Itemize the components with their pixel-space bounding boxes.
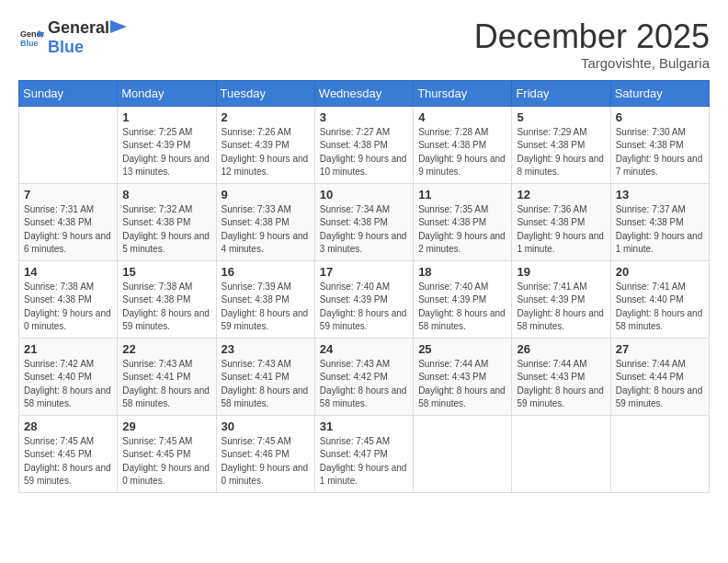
calendar-cell: 10Sunrise: 7:34 AMSunset: 4:38 PMDayligh… bbox=[314, 183, 413, 260]
day-number: 16 bbox=[222, 265, 310, 279]
day-info: Sunrise: 7:45 AMSunset: 4:45 PMDaylight:… bbox=[122, 435, 210, 488]
day-info: Sunrise: 7:39 AMSunset: 4:38 PMDaylight:… bbox=[222, 281, 310, 334]
day-number: 28 bbox=[24, 419, 112, 433]
weekday-header-monday: Monday bbox=[118, 80, 216, 106]
day-info: Sunrise: 7:26 AMSunset: 4:39 PMDaylight:… bbox=[222, 126, 310, 179]
calendar-cell bbox=[19, 106, 118, 183]
day-info: Sunrise: 7:25 AMSunset: 4:39 PMDaylight:… bbox=[122, 126, 210, 179]
calendar-cell: 20Sunrise: 7:41 AMSunset: 4:40 PMDayligh… bbox=[610, 260, 709, 338]
day-number: 21 bbox=[24, 342, 112, 356]
day-number: 9 bbox=[222, 188, 310, 201]
day-number: 2 bbox=[222, 110, 310, 124]
day-info: Sunrise: 7:29 AMSunset: 4:38 PMDaylight:… bbox=[517, 126, 605, 179]
calendar-cell: 18Sunrise: 7:40 AMSunset: 4:39 PMDayligh… bbox=[414, 260, 512, 338]
calendar-cell bbox=[512, 415, 610, 492]
day-info: Sunrise: 7:33 AMSunset: 4:38 PMDaylight:… bbox=[222, 203, 310, 257]
calendar-cell: 1Sunrise: 7:25 AMSunset: 4:39 PMDaylight… bbox=[118, 106, 216, 183]
weekday-header-sunday: Sunday bbox=[19, 80, 118, 106]
day-number: 1 bbox=[122, 110, 210, 124]
day-number: 11 bbox=[418, 188, 506, 201]
day-number: 10 bbox=[320, 188, 408, 201]
calendar-cell: 9Sunrise: 7:33 AMSunset: 4:38 PMDaylight… bbox=[216, 183, 314, 260]
day-info: Sunrise: 7:40 AMSunset: 4:39 PMDaylight:… bbox=[418, 281, 506, 334]
day-info: Sunrise: 7:43 AMSunset: 4:42 PMDaylight:… bbox=[320, 358, 408, 411]
day-info: Sunrise: 7:27 AMSunset: 4:38 PMDaylight:… bbox=[320, 126, 408, 179]
day-info: Sunrise: 7:28 AMSunset: 4:38 PMDaylight:… bbox=[418, 126, 506, 179]
calendar-cell: 28Sunrise: 7:45 AMSunset: 4:45 PMDayligh… bbox=[19, 415, 118, 492]
day-number: 5 bbox=[517, 110, 605, 124]
logo-icon: General Blue bbox=[18, 25, 44, 51]
weekday-header-thursday: Thursday bbox=[414, 80, 512, 106]
calendar-cell bbox=[610, 415, 709, 492]
day-number: 15 bbox=[122, 265, 210, 279]
calendar-cell: 31Sunrise: 7:45 AMSunset: 4:47 PMDayligh… bbox=[314, 415, 413, 492]
day-info: Sunrise: 7:34 AMSunset: 4:38 PMDaylight:… bbox=[320, 203, 408, 257]
calendar-cell: 4Sunrise: 7:28 AMSunset: 4:38 PMDaylight… bbox=[414, 106, 512, 183]
calendar-week-row: 21Sunrise: 7:42 AMSunset: 4:40 PMDayligh… bbox=[19, 338, 710, 415]
day-number: 3 bbox=[320, 110, 408, 124]
day-number: 23 bbox=[222, 342, 310, 356]
calendar-cell: 16Sunrise: 7:39 AMSunset: 4:38 PMDayligh… bbox=[216, 260, 314, 338]
calendar-cell: 12Sunrise: 7:36 AMSunset: 4:38 PMDayligh… bbox=[512, 183, 610, 260]
calendar-cell: 17Sunrise: 7:40 AMSunset: 4:39 PMDayligh… bbox=[314, 260, 413, 338]
day-number: 27 bbox=[616, 342, 704, 356]
day-number: 30 bbox=[222, 419, 310, 433]
month-title: December 2025 bbox=[474, 18, 710, 55]
weekday-header-wednesday: Wednesday bbox=[314, 80, 413, 106]
day-number: 13 bbox=[616, 188, 704, 201]
calendar-cell bbox=[414, 415, 512, 492]
weekday-header-row: SundayMondayTuesdayWednesdayThursdayFrid… bbox=[19, 80, 710, 106]
calendar-week-row: 7Sunrise: 7:31 AMSunset: 4:38 PMDaylight… bbox=[19, 183, 710, 260]
day-number: 31 bbox=[320, 419, 408, 433]
location-text: Targovishte, Bulgaria bbox=[474, 55, 710, 71]
day-info: Sunrise: 7:40 AMSunset: 4:39 PMDaylight:… bbox=[320, 281, 408, 334]
day-info: Sunrise: 7:44 AMSunset: 4:44 PMDaylight:… bbox=[616, 358, 704, 411]
svg-text:Blue: Blue bbox=[20, 39, 39, 48]
day-info: Sunrise: 7:43 AMSunset: 4:41 PMDaylight:… bbox=[122, 358, 210, 411]
calendar-cell: 23Sunrise: 7:43 AMSunset: 4:41 PMDayligh… bbox=[216, 338, 314, 415]
calendar-cell: 14Sunrise: 7:38 AMSunset: 4:38 PMDayligh… bbox=[19, 260, 118, 338]
calendar-cell: 6Sunrise: 7:30 AMSunset: 4:38 PMDaylight… bbox=[610, 106, 709, 183]
day-info: Sunrise: 7:44 AMSunset: 4:43 PMDaylight:… bbox=[418, 358, 506, 411]
calendar-cell: 11Sunrise: 7:35 AMSunset: 4:38 PMDayligh… bbox=[414, 183, 512, 260]
calendar-cell: 27Sunrise: 7:44 AMSunset: 4:44 PMDayligh… bbox=[610, 338, 709, 415]
day-info: Sunrise: 7:45 AMSunset: 4:46 PMDaylight:… bbox=[222, 435, 310, 488]
weekday-header-saturday: Saturday bbox=[610, 80, 709, 106]
calendar-cell: 24Sunrise: 7:43 AMSunset: 4:42 PMDayligh… bbox=[314, 338, 413, 415]
day-number: 22 bbox=[122, 342, 210, 356]
calendar-week-row: 28Sunrise: 7:45 AMSunset: 4:45 PMDayligh… bbox=[19, 415, 710, 492]
weekday-header-tuesday: Tuesday bbox=[216, 80, 314, 106]
calendar-cell: 3Sunrise: 7:27 AMSunset: 4:38 PMDaylight… bbox=[314, 106, 413, 183]
day-info: Sunrise: 7:43 AMSunset: 4:41 PMDaylight:… bbox=[222, 358, 310, 411]
day-info: Sunrise: 7:41 AMSunset: 4:40 PMDaylight:… bbox=[616, 281, 704, 334]
calendar-cell: 2Sunrise: 7:26 AMSunset: 4:39 PMDaylight… bbox=[216, 106, 314, 183]
calendar-cell: 5Sunrise: 7:29 AMSunset: 4:38 PMDaylight… bbox=[512, 106, 610, 183]
day-info: Sunrise: 7:35 AMSunset: 4:38 PMDaylight:… bbox=[418, 203, 506, 257]
calendar-cell: 22Sunrise: 7:43 AMSunset: 4:41 PMDayligh… bbox=[118, 338, 216, 415]
calendar-cell: 29Sunrise: 7:45 AMSunset: 4:45 PMDayligh… bbox=[118, 415, 216, 492]
calendar-cell: 21Sunrise: 7:42 AMSunset: 4:40 PMDayligh… bbox=[19, 338, 118, 415]
calendar-cell: 19Sunrise: 7:41 AMSunset: 4:39 PMDayligh… bbox=[512, 260, 610, 338]
page-header: General Blue General Blue December 2025 … bbox=[18, 18, 710, 71]
day-number: 6 bbox=[616, 110, 704, 124]
calendar-cell: 8Sunrise: 7:32 AMSunset: 4:38 PMDaylight… bbox=[118, 183, 216, 260]
day-number: 19 bbox=[517, 265, 605, 279]
day-number: 4 bbox=[418, 110, 506, 124]
day-number: 17 bbox=[320, 265, 408, 279]
day-info: Sunrise: 7:44 AMSunset: 4:43 PMDaylight:… bbox=[517, 358, 605, 411]
day-info: Sunrise: 7:38 AMSunset: 4:38 PMDaylight:… bbox=[24, 281, 112, 334]
svg-marker-4 bbox=[110, 20, 127, 33]
day-info: Sunrise: 7:37 AMSunset: 4:38 PMDaylight:… bbox=[616, 203, 704, 257]
calendar-cell: 15Sunrise: 7:38 AMSunset: 4:38 PMDayligh… bbox=[118, 260, 216, 338]
day-number: 25 bbox=[418, 342, 506, 356]
day-number: 12 bbox=[517, 188, 605, 201]
weekday-header-friday: Friday bbox=[512, 80, 610, 106]
day-number: 7 bbox=[24, 188, 112, 201]
day-info: Sunrise: 7:38 AMSunset: 4:38 PMDaylight:… bbox=[122, 281, 210, 334]
day-number: 18 bbox=[418, 265, 506, 279]
day-info: Sunrise: 7:31 AMSunset: 4:38 PMDaylight:… bbox=[24, 203, 112, 257]
day-info: Sunrise: 7:30 AMSunset: 4:38 PMDaylight:… bbox=[616, 126, 704, 179]
logo-chevron-icon bbox=[110, 20, 127, 33]
logo-general-text: General bbox=[48, 18, 109, 38]
calendar-week-row: 1Sunrise: 7:25 AMSunset: 4:39 PMDaylight… bbox=[19, 106, 710, 183]
